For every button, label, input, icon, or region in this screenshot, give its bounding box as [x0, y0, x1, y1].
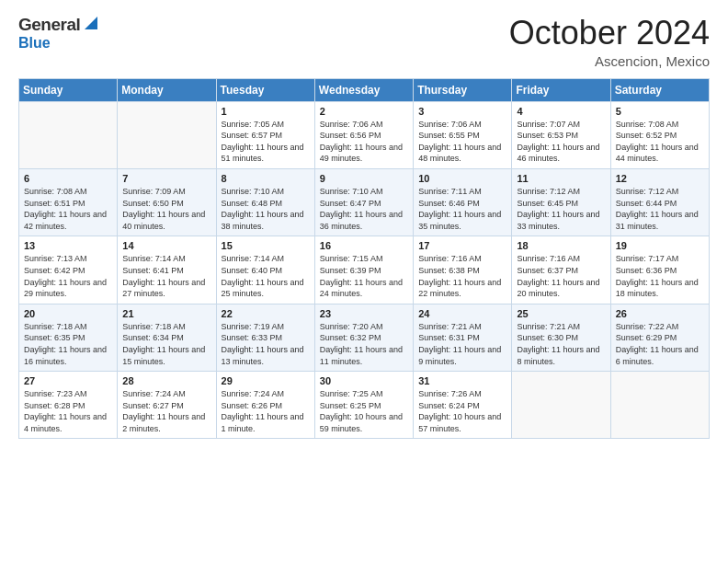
week-row-1: 1Sunrise: 7:05 AMSunset: 6:57 PMDaylight…: [19, 101, 710, 168]
cell-info: Sunrise: 7:11 AMSunset: 6:46 PMDaylight:…: [418, 186, 506, 232]
day-number: 15: [222, 240, 310, 251]
calendar-cell: 12Sunrise: 7:12 AMSunset: 6:44 PMDayligh…: [610, 168, 709, 236]
location-title: Ascencion, Mexico: [509, 53, 710, 69]
calendar-cell: 5Sunrise: 7:08 AMSunset: 6:52 PMDaylight…: [610, 101, 709, 168]
day-number: 16: [320, 240, 408, 251]
day-number: 17: [418, 240, 506, 251]
cell-info: Sunrise: 7:10 AMSunset: 6:48 PMDaylight:…: [222, 186, 310, 232]
day-number: 14: [122, 240, 210, 251]
calendar-cell: 24Sunrise: 7:21 AMSunset: 6:31 PMDayligh…: [414, 304, 512, 371]
calendar-cell: 2Sunrise: 7:06 AMSunset: 6:56 PMDaylight…: [314, 101, 413, 168]
day-number: 12: [616, 173, 704, 184]
calendar-cell: 10Sunrise: 7:11 AMSunset: 6:46 PMDayligh…: [414, 168, 512, 236]
day-number: 26: [616, 308, 704, 319]
cell-info: Sunrise: 7:18 AMSunset: 6:35 PMDaylight:…: [24, 321, 112, 367]
cell-info: Sunrise: 7:13 AMSunset: 6:42 PMDaylight:…: [24, 253, 112, 299]
day-number: 6: [24, 173, 112, 184]
calendar-cell: 23Sunrise: 7:20 AMSunset: 6:32 PMDayligh…: [314, 304, 413, 371]
cell-info: Sunrise: 7:25 AMSunset: 6:25 PMDaylight:…: [320, 388, 408, 434]
day-number: 30: [320, 375, 408, 386]
calendar-cell: 20Sunrise: 7:18 AMSunset: 6:35 PMDayligh…: [19, 304, 118, 371]
cell-info: Sunrise: 7:23 AMSunset: 6:28 PMDaylight:…: [24, 388, 112, 434]
day-number: 20: [24, 308, 112, 319]
svg-marker-0: [85, 17, 97, 29]
calendar-cell: 29Sunrise: 7:24 AMSunset: 6:26 PMDayligh…: [216, 372, 314, 439]
cell-info: Sunrise: 7:06 AMSunset: 6:55 PMDaylight:…: [418, 119, 506, 165]
calendar-cell: 8Sunrise: 7:10 AMSunset: 6:48 PMDaylight…: [216, 168, 314, 236]
calendar-header: SundayMondayTuesdayWednesdayThursdayFrid…: [19, 78, 710, 101]
calendar-cell: 7Sunrise: 7:09 AMSunset: 6:50 PMDaylight…: [118, 168, 216, 236]
day-number: 13: [24, 240, 112, 251]
calendar-cell: 19Sunrise: 7:17 AMSunset: 6:36 PMDayligh…: [610, 236, 709, 304]
day-number: 18: [517, 240, 605, 251]
day-number: 5: [616, 106, 704, 117]
calendar-table: SundayMondayTuesdayWednesdayThursdayFrid…: [18, 78, 710, 440]
calendar-cell: 28Sunrise: 7:24 AMSunset: 6:27 PMDayligh…: [118, 372, 216, 439]
cell-info: Sunrise: 7:20 AMSunset: 6:32 PMDaylight:…: [320, 321, 408, 367]
calendar-cell: 13Sunrise: 7:13 AMSunset: 6:42 PMDayligh…: [19, 236, 118, 304]
calendar-cell: 30Sunrise: 7:25 AMSunset: 6:25 PMDayligh…: [314, 372, 413, 439]
cell-info: Sunrise: 7:18 AMSunset: 6:34 PMDaylight:…: [122, 321, 210, 367]
calendar-cell: 22Sunrise: 7:19 AMSunset: 6:33 PMDayligh…: [216, 304, 314, 371]
calendar-cell: 21Sunrise: 7:18 AMSunset: 6:34 PMDayligh…: [118, 304, 216, 371]
calendar-cell: 18Sunrise: 7:16 AMSunset: 6:37 PMDayligh…: [512, 236, 610, 304]
calendar-cell: 17Sunrise: 7:16 AMSunset: 6:38 PMDayligh…: [414, 236, 512, 304]
day-number: 31: [418, 375, 506, 386]
day-number: 9: [320, 173, 408, 184]
col-header-wednesday: Wednesday: [314, 78, 413, 101]
calendar-cell: 25Sunrise: 7:21 AMSunset: 6:30 PMDayligh…: [512, 304, 610, 371]
cell-info: Sunrise: 7:09 AMSunset: 6:50 PMDaylight:…: [122, 186, 210, 232]
day-number: 7: [122, 173, 210, 184]
cell-info: Sunrise: 7:10 AMSunset: 6:47 PMDaylight:…: [320, 186, 408, 232]
cell-info: Sunrise: 7:21 AMSunset: 6:30 PMDaylight:…: [517, 321, 605, 367]
cell-info: Sunrise: 7:06 AMSunset: 6:56 PMDaylight:…: [320, 119, 408, 165]
week-row-4: 20Sunrise: 7:18 AMSunset: 6:35 PMDayligh…: [19, 304, 710, 371]
calendar-cell: [512, 372, 610, 439]
week-row-5: 27Sunrise: 7:23 AMSunset: 6:28 PMDayligh…: [19, 372, 710, 439]
week-row-3: 13Sunrise: 7:13 AMSunset: 6:42 PMDayligh…: [19, 236, 710, 304]
col-header-sunday: Sunday: [19, 78, 118, 101]
cell-info: Sunrise: 7:24 AMSunset: 6:26 PMDaylight:…: [222, 388, 310, 434]
day-number: 1: [222, 106, 310, 117]
cell-info: Sunrise: 7:24 AMSunset: 6:27 PMDaylight:…: [122, 388, 210, 434]
page: General Blue October 2024 Ascencion, Mex…: [0, 0, 728, 563]
day-number: 19: [616, 240, 704, 251]
title-block: October 2024 Ascencion, Mexico: [509, 15, 710, 69]
day-number: 23: [320, 308, 408, 319]
day-number: 27: [24, 375, 112, 386]
cell-info: Sunrise: 7:15 AMSunset: 6:39 PMDaylight:…: [320, 253, 408, 299]
cell-info: Sunrise: 7:12 AMSunset: 6:45 PMDaylight:…: [517, 186, 605, 232]
month-title: October 2024: [509, 15, 710, 52]
col-header-friday: Friday: [512, 78, 610, 101]
calendar-cell: 11Sunrise: 7:12 AMSunset: 6:45 PMDayligh…: [512, 168, 610, 236]
logo-blue-text: Blue: [18, 35, 51, 51]
cell-info: Sunrise: 7:14 AMSunset: 6:41 PMDaylight:…: [122, 253, 210, 299]
calendar-cell: 1Sunrise: 7:05 AMSunset: 6:57 PMDaylight…: [216, 101, 314, 168]
cell-info: Sunrise: 7:16 AMSunset: 6:37 PMDaylight:…: [517, 253, 605, 299]
calendar-cell: 3Sunrise: 7:06 AMSunset: 6:55 PMDaylight…: [414, 101, 512, 168]
day-number: 25: [517, 308, 605, 319]
day-number: 24: [418, 308, 506, 319]
calendar-cell: [118, 101, 216, 168]
day-number: 22: [222, 308, 310, 319]
cell-info: Sunrise: 7:19 AMSunset: 6:33 PMDaylight:…: [222, 321, 310, 367]
calendar-cell: 15Sunrise: 7:14 AMSunset: 6:40 PMDayligh…: [216, 236, 314, 304]
calendar-cell: 9Sunrise: 7:10 AMSunset: 6:47 PMDaylight…: [314, 168, 413, 236]
cell-info: Sunrise: 7:05 AMSunset: 6:57 PMDaylight:…: [222, 119, 310, 165]
day-number: 29: [222, 375, 310, 386]
calendar-cell: 31Sunrise: 7:26 AMSunset: 6:24 PMDayligh…: [414, 372, 512, 439]
day-number: 4: [517, 106, 605, 117]
header: General Blue October 2024 Ascencion, Mex…: [18, 15, 710, 69]
day-number: 3: [418, 106, 506, 117]
cell-info: Sunrise: 7:21 AMSunset: 6:31 PMDaylight:…: [418, 321, 506, 367]
day-number: 10: [418, 173, 506, 184]
col-header-tuesday: Tuesday: [216, 78, 314, 101]
cell-info: Sunrise: 7:08 AMSunset: 6:52 PMDaylight:…: [616, 119, 704, 165]
day-number: 11: [517, 173, 605, 184]
calendar-cell: 14Sunrise: 7:14 AMSunset: 6:41 PMDayligh…: [118, 236, 216, 304]
day-number: 8: [222, 173, 310, 184]
calendar-cell: 6Sunrise: 7:08 AMSunset: 6:51 PMDaylight…: [19, 168, 118, 236]
logo-general-text: General: [18, 15, 80, 35]
logo: General Blue: [18, 15, 101, 52]
cell-info: Sunrise: 7:08 AMSunset: 6:51 PMDaylight:…: [24, 186, 112, 232]
